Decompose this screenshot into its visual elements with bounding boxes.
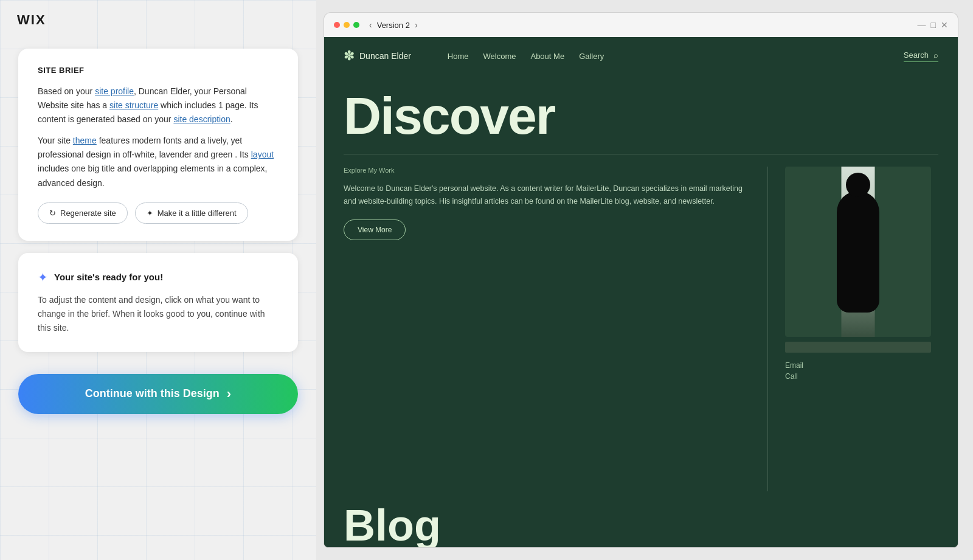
regenerate-site-button[interactable]: Regenerate site: [38, 202, 128, 224]
image-caption-bar: [785, 342, 931, 353]
version-label: Version 2: [377, 21, 410, 30]
maximize-dot[interactable]: [353, 22, 359, 28]
wix-logo: WIX: [17, 12, 46, 28]
search-icon: ⌕: [933, 50, 938, 60]
continue-design-button[interactable]: Continue with this Design ›: [18, 374, 298, 414]
site-brief-card: SITE BRIEF Based on your site profile, D…: [18, 49, 298, 241]
site-logo-text: Duncan Elder: [359, 51, 411, 61]
view-more-button[interactable]: View More: [344, 220, 406, 240]
sparkle-icon: ✦: [38, 270, 48, 285]
nav-link-gallery[interactable]: Gallery: [579, 52, 604, 61]
left-panel: WIX SITE BRIEF Based on your site profil…: [0, 0, 316, 560]
site-navbar: ✽ Duncan Elder Home Welcome About Me Gal…: [324, 37, 958, 75]
close-button[interactable]: ✕: [941, 20, 948, 30]
restore-button[interactable]: □: [931, 20, 936, 30]
window-controls: — □ ✕: [918, 20, 948, 30]
make-different-button[interactable]: Make it a little different: [135, 202, 248, 224]
hero-right: Email Call: [768, 167, 938, 491]
hero-left: Explore My Work Welcome to Duncan Elder'…: [344, 167, 768, 491]
contact-links: Email Call: [785, 361, 938, 381]
ready-card: ✦ Your site's ready for you! To adjust t…: [18, 253, 298, 352]
browser-navigation: ‹ Version 2 ›: [369, 20, 418, 30]
blog-section: Blog: [324, 491, 958, 547]
hero-title: Discover: [344, 89, 938, 142]
site-description-link[interactable]: site description: [173, 114, 230, 124]
browser-chrome: ‹ Version 2 › — □ ✕: [324, 12, 958, 37]
person-silhouette: [837, 191, 879, 313]
site-nav-links: Home Welcome About Me Gallery: [448, 52, 604, 61]
site-brief-paragraph2: Your site theme features modern fonts an…: [38, 134, 279, 190]
email-link[interactable]: Email: [785, 361, 938, 370]
call-link[interactable]: Call: [785, 372, 938, 381]
person-image: [785, 167, 931, 337]
ready-title: Your site's ready for you!: [54, 272, 163, 282]
refresh-icon: [49, 209, 56, 218]
ready-text: To adjust the content and design, click …: [38, 293, 279, 335]
hero-content: Explore My Work Welcome to Duncan Elder'…: [344, 154, 938, 491]
explore-label: Explore My Work: [344, 167, 748, 174]
continue-button-wrapper: Continue with this Design ›: [18, 374, 298, 414]
nav-back-button[interactable]: ‹: [369, 20, 372, 30]
left-content: SITE BRIEF Based on your site profile, D…: [0, 0, 316, 414]
site-structure-link[interactable]: site structure: [109, 100, 158, 110]
arrow-icon: ›: [227, 386, 231, 402]
site-brief-title: SITE BRIEF: [38, 66, 279, 75]
nav-link-welcome[interactable]: Welcome: [483, 52, 516, 61]
theme-link[interactable]: theme: [73, 136, 97, 145]
explore-text: Welcome to Duncan Elder's personal websi…: [344, 182, 748, 209]
site-search[interactable]: Search ⌕: [904, 50, 938, 62]
layout-link[interactable]: layout: [251, 150, 274, 159]
nav-link-home[interactable]: Home: [448, 52, 469, 61]
search-label: Search: [904, 50, 929, 60]
magic-icon: [147, 209, 153, 218]
website-preview: ✽ Duncan Elder Home Welcome About Me Gal…: [324, 37, 958, 548]
window-dots: [334, 22, 359, 28]
ready-header: ✦ Your site's ready for you!: [38, 270, 279, 285]
site-hero: Discover Explore My Work Welcome to Dunc…: [324, 75, 958, 491]
minimize-button[interactable]: —: [918, 20, 926, 30]
site-brief-actions: Regenerate site Make it a little differe…: [38, 202, 279, 224]
site-profile-link[interactable]: site profile: [95, 86, 134, 96]
site-logo: ✽ Duncan Elder: [344, 48, 411, 64]
site-logo-icon: ✽: [344, 48, 355, 64]
nav-link-about[interactable]: About Me: [530, 52, 564, 61]
nav-forward-button[interactable]: ›: [415, 20, 418, 30]
close-dot[interactable]: [334, 22, 340, 28]
minimize-dot[interactable]: [344, 22, 350, 28]
site-brief-paragraph1: Based on your site profile, Duncan Elder…: [38, 85, 279, 126]
right-panel: ‹ Version 2 › — □ ✕ ✽ Duncan Elder Home …: [316, 0, 973, 560]
blog-title: Blog: [344, 503, 938, 547]
